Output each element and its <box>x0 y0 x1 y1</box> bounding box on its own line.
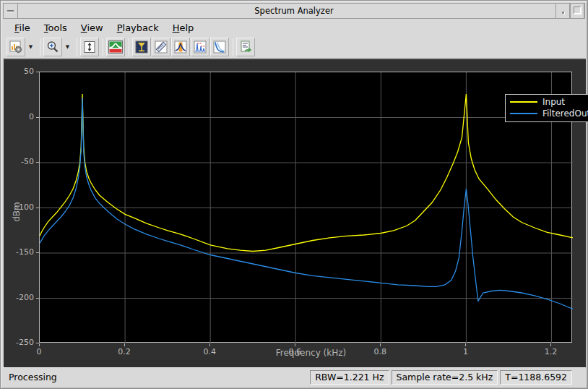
shade-button[interactable] <box>555 4 570 18</box>
legend-entry-filteredoutput: FilteredOutput <box>506 108 588 119</box>
cursor-measurements-button[interactable] <box>132 38 151 56</box>
spectrum-analyzer-window: Spectrum Analyzer File Tools View Playba… <box>0 0 588 389</box>
spectrum-plot <box>40 72 573 343</box>
maximize-icon <box>574 7 581 14</box>
y-tick: -100 <box>4 202 34 212</box>
signal-statistics-icon <box>155 40 168 54</box>
maximize-button[interactable] <box>570 4 584 18</box>
y-tick: -200 <box>4 293 34 302</box>
y-tick: 0 <box>4 112 34 121</box>
menu-playback[interactable]: Playback <box>112 21 164 35</box>
plot-container: dBm Input FilteredOutput 500-50-100-150-… <box>4 59 586 367</box>
signal-statistics-button[interactable] <box>152 38 170 56</box>
input-line-sample <box>510 101 537 103</box>
ccdf-measurements-button[interactable] <box>210 38 229 56</box>
y-tick: -150 <box>4 247 34 257</box>
zoom-in-icon <box>46 40 59 54</box>
zoom-dropdown[interactable]: ▼ <box>63 38 72 56</box>
playback-settings-icon <box>239 40 252 54</box>
time-panel: T=1188.6592 <box>500 370 572 385</box>
zoom-in-button[interactable] <box>43 38 62 56</box>
axes-area[interactable]: Input FilteredOutput <box>39 72 572 343</box>
full-span-button[interactable] <box>80 38 99 56</box>
toolbar-separator <box>40 38 40 56</box>
sample-rate-panel: Sample rate=2.5 kHz <box>392 370 498 385</box>
titlebar: Spectrum Analyzer <box>3 3 585 19</box>
toolbar-separator <box>103 38 103 56</box>
toolbar-separator <box>233 38 233 56</box>
peak-finder-button[interactable] <box>171 38 190 56</box>
menu-help[interactable]: Help <box>168 21 199 35</box>
distortion-measurements-icon <box>194 40 207 54</box>
menu-file[interactable]: File <box>9 21 35 35</box>
ccdf-measurements-icon <box>213 40 226 54</box>
menu-tools[interactable]: Tools <box>39 21 72 35</box>
legend-label-filteredoutput: FilteredOutput <box>542 108 588 119</box>
x-axis-label: Frequency (kHz) <box>4 348 586 358</box>
cursor-measurements-icon <box>135 40 148 54</box>
spectrum-settings-icon <box>9 40 22 54</box>
statusbar: Processing RBW=1.221 Hz Sample rate=2.5 … <box>3 367 585 386</box>
distortion-measurements-button[interactable] <box>191 38 209 56</box>
menubar: File Tools View Playback Help <box>3 20 585 35</box>
peak-finder-icon <box>174 40 187 54</box>
legend-entry-input: Input <box>506 96 588 108</box>
y-tick: 50 <box>4 67 34 76</box>
playback-settings-button[interactable] <box>236 38 255 56</box>
y-tick: -250 <box>4 338 34 347</box>
shade-icon <box>562 12 564 14</box>
spectrum-settings-dropdown[interactable]: ▼ <box>26 38 35 56</box>
legend[interactable]: Input FilteredOutput <box>505 94 588 122</box>
full-span-icon <box>83 40 96 54</box>
rbw-panel: RBW=1.221 Hz <box>310 370 389 385</box>
legend-label-input: Input <box>542 97 565 107</box>
toolbar: ▼ ▼ <box>3 35 585 59</box>
toolbar-separator <box>77 38 77 56</box>
spectrum-spectrogram-icon <box>108 40 123 54</box>
spectrum-settings-button[interactable] <box>7 38 25 56</box>
menu-view[interactable]: View <box>76 21 108 35</box>
spectrum-spectrogram-toggle-button[interactable] <box>106 38 125 56</box>
y-tick: -50 <box>4 157 34 166</box>
window-title: Spectrum Analyzer <box>4 6 584 16</box>
status-message: Processing <box>3 372 310 382</box>
filteredoutput-line-sample <box>510 113 537 114</box>
toolbar-separator <box>129 38 129 56</box>
